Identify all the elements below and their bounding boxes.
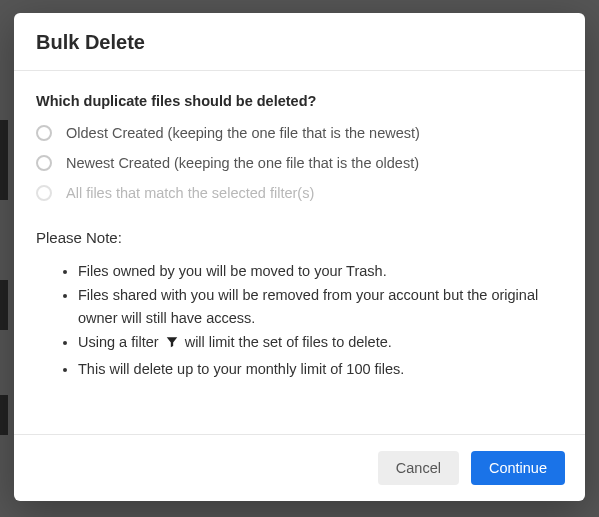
modal-footer: Cancel Continue <box>14 434 585 501</box>
radio-circle-icon <box>36 155 52 171</box>
radio-circle-icon <box>36 185 52 201</box>
radio-option-all-filter: All files that match the selected filter… <box>36 185 563 201</box>
radio-circle-icon <box>36 125 52 141</box>
bulk-delete-modal: Bulk Delete Which duplicate files should… <box>14 13 585 501</box>
note-item: This will delete up to your monthly limi… <box>78 358 563 380</box>
radio-label: All files that match the selected filter… <box>66 185 314 201</box>
note-item: Files shared with you will be removed fr… <box>78 284 563 329</box>
filter-icon <box>165 333 179 355</box>
note-item-filter: Using a filter will limit the set of fil… <box>78 331 563 355</box>
note-text-pre: Using a filter <box>78 334 163 350</box>
radio-option-oldest[interactable]: Oldest Created (keeping the one file tha… <box>36 125 563 141</box>
question-text: Which duplicate files should be deleted? <box>36 93 563 109</box>
radio-label: Oldest Created (keeping the one file tha… <box>66 125 420 141</box>
modal-body: Which duplicate files should be deleted?… <box>14 71 585 434</box>
note-item: Files owned by you will be moved to your… <box>78 260 563 282</box>
note-text-post: will limit the set of files to delete. <box>181 334 392 350</box>
continue-button[interactable]: Continue <box>471 451 565 485</box>
cancel-button[interactable]: Cancel <box>378 451 459 485</box>
modal-title: Bulk Delete <box>36 31 563 54</box>
radio-label: Newest Created (keeping the one file tha… <box>66 155 419 171</box>
modal-header: Bulk Delete <box>14 13 585 71</box>
radio-option-newest[interactable]: Newest Created (keeping the one file tha… <box>36 155 563 171</box>
notes-list: Files owned by you will be moved to your… <box>36 260 563 380</box>
note-heading: Please Note: <box>36 229 563 246</box>
